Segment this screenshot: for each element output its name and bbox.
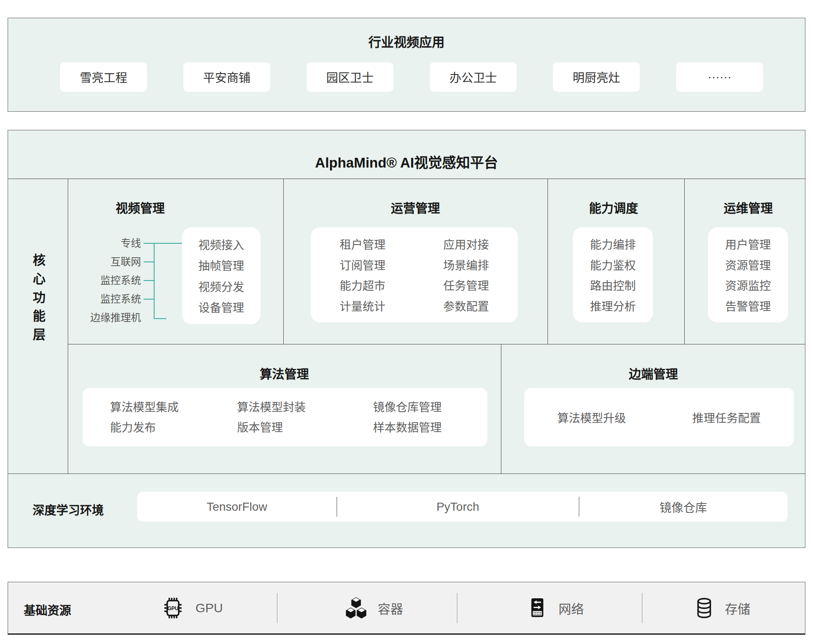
scheduling-item: 路由控制 [590, 277, 636, 293]
industry-apps-section: 行业视频应用 雪亮工程 平安商铺 园区卫士 办公卫士 明厨亮灶 ······ [8, 18, 805, 112]
scheduling-item: 能力编排 [590, 236, 636, 252]
scheduling-title: 能力调度 [550, 198, 677, 216]
storage-database-icon [692, 595, 716, 621]
svg-text:GPU: GPU [167, 605, 178, 611]
dl-env-box: TensorFlow PyTorch 镜像仓库 [137, 492, 788, 522]
maintenance-item: 资源管理 [725, 256, 771, 273]
video-mgmt-title: 视频管理 [77, 198, 204, 216]
operations-mgmt-title: 运营管理 [352, 198, 479, 216]
industry-apps-title: 行业视频应用 [8, 32, 805, 50]
infra-item-label: GPU [195, 601, 223, 615]
infra-item-network: 网络 [525, 582, 584, 634]
infra-item-gpu: GPU GPU [159, 582, 223, 634]
algorithm-mgmt-title: 算法管理 [68, 364, 501, 382]
infra-divider [277, 593, 277, 623]
video-source: 互联网 [44, 253, 141, 271]
video-source-list: 专线 互联网 监控系统 监控系统 边缘推理机 [44, 234, 141, 327]
operations-item: 任务管理 [443, 277, 489, 293]
connector-tick-line [144, 299, 155, 300]
operations-mgmt-box: 租户管理 订阅管理 能力超市 计量统计 应用对接 场景编排 任务管理 参数配置 [311, 227, 518, 322]
industry-apps-row: 雪亮工程 平安商铺 园区卫士 办公卫士 明厨亮灶 ······ [8, 62, 805, 92]
edge-mgmt-box: 算法模型升级 推理任务配置 [524, 388, 794, 446]
video-source: 专线 [44, 234, 141, 253]
app-box-mingchu: 明厨亮灶 [553, 62, 640, 92]
edge-item: 推理任务配置 [692, 409, 761, 426]
operations-item: 场景编排 [443, 256, 489, 273]
operations-item: 计量统计 [340, 297, 385, 314]
algorithm-col-3: 镜像仓库管理 样本数据管理 [373, 397, 442, 438]
algorithm-item: 版本管理 [237, 418, 306, 438]
connector-bus-line [154, 243, 155, 319]
infra-item-label: 网络 [559, 599, 584, 617]
maintenance-box: 用户管理 资源管理 资源监控 告警管理 [708, 227, 788, 322]
gpu-chip-icon: GPU [159, 594, 187, 622]
video-source: 监控系统 [44, 271, 141, 290]
divider-row-1 [68, 344, 805, 344]
video-mgmt-box: 视频接入 抽帧管理 视频分发 设备管理 [182, 227, 260, 324]
dl-env-label: 深度学习环境 [17, 501, 119, 518]
dl-env-pytorch: PyTorch [337, 492, 579, 522]
platform-section: AlphaMind® AI视觉感知平台 核心功能层 视频管理 运营管理 能力调度… [8, 130, 805, 548]
edge-item-wrap: 算法模型升级 [524, 388, 659, 446]
infra-item-label: 容器 [378, 599, 403, 617]
edge-item-wrap: 推理任务配置 [659, 388, 794, 446]
architecture-diagram: 行业视频应用 雪亮工程 平安商铺 园区卫士 办公卫士 明厨亮灶 ······ A… [0, 0, 813, 644]
operations-item: 能力超市 [340, 277, 385, 293]
divider-col-1 [283, 179, 284, 344]
infra-item-label: 存储 [725, 599, 750, 617]
video-source: 监控系统 [44, 290, 141, 308]
algorithm-item: 样本数据管理 [373, 418, 442, 438]
edge-mgmt-title: 边端管理 [501, 364, 806, 382]
operations-item: 租户管理 [340, 236, 385, 252]
video-item: 视频分发 [199, 278, 244, 294]
maintenance-item: 资源监控 [725, 277, 771, 293]
app-box-yuanqu: 园区卫士 [307, 62, 393, 92]
operations-col-2: 应用对接 场景编排 任务管理 参数配置 [415, 231, 518, 318]
algorithm-col-1: 算法模型集成 能力发布 [110, 397, 179, 438]
scheduling-box: 能力编排 能力鉴权 路由控制 推理分析 [573, 227, 653, 322]
app-box-bangong: 办公卫士 [430, 62, 517, 92]
operations-item: 参数配置 [443, 297, 489, 314]
connector-tick-line [154, 318, 166, 319]
connector-tick-line [144, 261, 155, 262]
algorithm-col-2: 算法模型封装 版本管理 [237, 397, 306, 438]
infra-item-container: 容器 [343, 582, 403, 634]
operations-col-1: 租户管理 订阅管理 能力超市 计量统计 [311, 231, 415, 318]
algorithm-item: 算法模型封装 [237, 397, 306, 418]
app-box-pingan: 平安商铺 [183, 62, 270, 92]
video-source: 边缘推理机 [44, 308, 141, 327]
connector-tick-line [144, 243, 182, 244]
infra-item-storage: 存储 [692, 582, 750, 634]
app-box-more: ······ [676, 62, 763, 92]
algorithm-item: 算法模型集成 [110, 397, 179, 418]
infra-divider [642, 593, 642, 623]
algorithm-mgmt-box: 算法模型集成 能力发布 算法模型封装 版本管理 镜像仓库管理 样本数据管理 [83, 388, 487, 446]
infrastructure-label: 基础资源 [24, 601, 108, 618]
maintenance-item: 告警管理 [725, 297, 771, 314]
connector-tick-line [144, 280, 155, 281]
divider-col-2 [548, 179, 548, 344]
scheduling-item: 推理分析 [590, 297, 636, 314]
algorithm-item: 能力发布 [110, 418, 179, 438]
algorithm-item: 镜像仓库管理 [373, 397, 442, 418]
operations-item: 订阅管理 [340, 256, 385, 273]
platform-title: AlphaMind® AI视觉感知平台 [8, 151, 805, 172]
operations-item: 应用对接 [443, 236, 489, 252]
infrastructure-section: 基础资源 GPU GPU [8, 582, 805, 635]
infra-divider [457, 593, 457, 623]
dl-env-tensorflow: TensorFlow [137, 492, 337, 522]
video-item: 设备管理 [199, 299, 244, 315]
container-cubes-icon [343, 595, 369, 621]
divider-row2-col [501, 344, 501, 473]
app-box-xueliang: 雪亮工程 [60, 62, 147, 92]
divider-row-2 [8, 473, 805, 474]
dl-env-registry: 镜像仓库 [579, 492, 788, 522]
network-switch-icon [525, 595, 550, 621]
edge-item: 算法模型升级 [557, 409, 626, 426]
video-item: 抽帧管理 [199, 257, 244, 273]
scheduling-item: 能力鉴权 [590, 256, 636, 273]
divider-title [8, 179, 805, 179]
maintenance-title: 运维管理 [685, 198, 812, 216]
maintenance-item: 用户管理 [725, 236, 771, 252]
video-item: 视频接入 [199, 236, 244, 253]
